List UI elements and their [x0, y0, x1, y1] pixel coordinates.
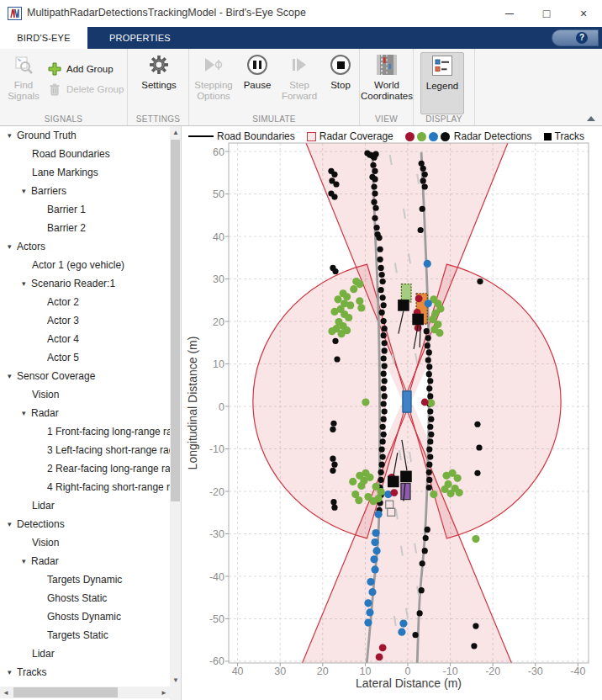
- x-tick-label: 10: [359, 666, 371, 677]
- actor-ego-vehicle: [403, 391, 411, 412]
- birds-eye-scope-window: MultipathRadarDetectionsTrackingModel - …: [0, 0, 602, 700]
- actor-car-green: [401, 284, 411, 302]
- y-tick-label: -40: [209, 571, 224, 583]
- y-tick-label: -20: [209, 486, 224, 498]
- x-tick-label: 20: [317, 666, 329, 677]
- actor-car-purple: [401, 483, 410, 499]
- y-tick-label: -10: [209, 443, 224, 455]
- plot-panel: Road Boundaries Radar Coverage Radar Det…: [182, 126, 602, 700]
- x-tick-label: 40: [232, 666, 244, 677]
- y-tick-label: 10: [213, 358, 224, 370]
- y-tick-label: 20: [213, 316, 224, 328]
- y-axis-label: Longitudinal Distance (m): [186, 337, 199, 470]
- y-tick-label: 50: [213, 188, 224, 200]
- y-tick-label: -60: [209, 655, 224, 667]
- y-tick-label: 30: [213, 273, 224, 285]
- birds-eye-plot: 403020100-10-20-30-406050403020100-10-20…: [0, 0, 602, 700]
- x-tick-label: 0: [405, 666, 411, 677]
- y-tick-label: -30: [209, 528, 224, 540]
- y-tick-label: 40: [213, 231, 224, 243]
- y-tick-label: 60: [213, 146, 224, 158]
- x-tick-label: -30: [528, 666, 543, 677]
- x-tick-label: -20: [485, 666, 500, 677]
- x-tick-label: -40: [570, 666, 585, 677]
- content-area: ▾Ground TruthRoad BoundariesLane Marking…: [0, 126, 602, 700]
- x-tick-label: -10: [443, 666, 458, 677]
- plot-content: [253, 141, 561, 666]
- y-tick-label: 0: [219, 401, 224, 413]
- y-tick-label: -50: [209, 613, 224, 625]
- x-tick-label: 30: [274, 666, 286, 677]
- x-axis-label: Lateral Distance (m): [356, 676, 462, 690]
